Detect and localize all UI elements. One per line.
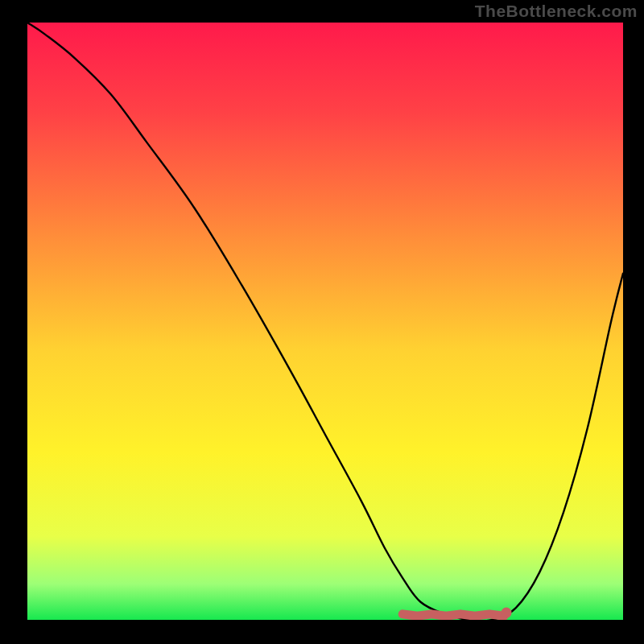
gradient-background xyxy=(27,23,623,620)
chart-frame: TheBottleneck.com xyxy=(0,0,644,644)
svg-point-0 xyxy=(502,608,512,618)
plot-area xyxy=(27,23,623,620)
watermark-text: TheBottleneck.com xyxy=(475,2,638,21)
plot-svg xyxy=(27,23,623,620)
